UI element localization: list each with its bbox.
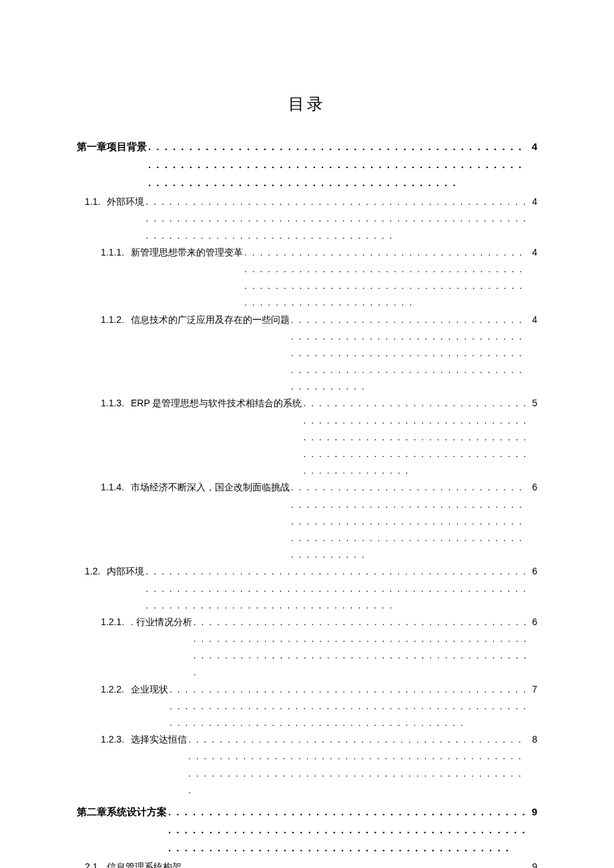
toc-text: 第二章系统设计方案	[77, 803, 167, 821]
toc-number: 1.1.4.	[101, 479, 124, 496]
toc-number: 1.1.2.	[101, 312, 124, 328]
toc-leader-dots: . . . . . . . . . . . . . . . . . . . . …	[170, 681, 528, 732]
toc-label: 第一章项目背景	[77, 137, 147, 155]
toc-leader-dots: . . . . . . . . . . . . . . . . . . . . …	[291, 479, 528, 563]
toc-text: 市场经济不断深入，国企改制面临挑战	[131, 479, 290, 496]
toc-label: 1.1.外部环境	[85, 193, 144, 210]
toc-page-number: 9	[529, 859, 537, 868]
toc-number: 1.1.	[85, 193, 100, 210]
toc-label: 1.2.内部环境	[85, 563, 144, 580]
toc-entry: 1.2.内部环境. . . . . . . . . . . . . . . . …	[77, 563, 537, 614]
toc-page-number: 6	[529, 614, 537, 630]
toc-text: 信息管理系统构架	[107, 859, 182, 868]
toc-page-number: 6	[529, 479, 537, 496]
toc-label: 1.1.4.市场经济不断深入，国企改制面临挑战	[101, 479, 290, 496]
toc-text: 信息技术的广泛应用及存在的一些问题	[131, 312, 290, 328]
toc-page-number: 6	[529, 563, 537, 580]
toc-leader-dots: . . . . . . . . . . . . . . . . . . . . …	[183, 859, 528, 868]
toc-list: 第一章项目背景. . . . . . . . . . . . . . . . .…	[77, 137, 537, 868]
toc-text: 选择实达恒信	[131, 731, 187, 748]
toc-leader-dots: . . . . . . . . . . . . . . . . . . . . …	[303, 395, 528, 479]
toc-entry: 1.2.3.选择实达恒信. . . . . . . . . . . . . . …	[77, 731, 537, 799]
toc-entry: 1.1.4.市场经济不断深入，国企改制面临挑战. . . . . . . . .…	[77, 479, 537, 563]
toc-number: 2.1.	[85, 859, 100, 868]
toc-entry: 2.1.信息管理系统构架. . . . . . . . . . . . . . …	[77, 859, 537, 868]
toc-entry: 1.1.3.ERP 是管理思想与软件技术相结合的系统. . . . . . . …	[77, 395, 537, 479]
toc-title: 目录	[77, 90, 537, 119]
toc-label: 1.2.2.企业现状	[101, 681, 168, 698]
toc-label: 1.1.3.ERP 是管理思想与软件技术相结合的系统	[101, 395, 302, 412]
toc-page-number: 4	[529, 244, 537, 261]
toc-number: 1.2.1.	[101, 614, 124, 630]
page-body: 目录 第一章项目背景. . . . . . . . . . . . . . . …	[0, 0, 614, 868]
toc-page-number: 4	[529, 193, 537, 210]
toc-leader-dots: . . . . . . . . . . . . . . . . . . . . …	[194, 614, 528, 681]
toc-label: 第二章系统设计方案	[77, 803, 167, 821]
toc-entry: 1.2.2.企业现状. . . . . . . . . . . . . . . …	[77, 681, 537, 732]
toc-page-number: 9	[529, 803, 537, 821]
toc-label: 1.2.1.. 行业情况分析	[101, 614, 192, 630]
toc-entry: 第一章项目背景. . . . . . . . . . . . . . . . .…	[77, 137, 537, 191]
toc-label: 1.1.1.新管理思想带来的管理变革	[101, 244, 243, 261]
toc-leader-dots: . . . . . . . . . . . . . . . . . . . . …	[291, 312, 528, 396]
toc-number: 1.2.3.	[101, 731, 124, 748]
toc-page-number: 4	[529, 137, 537, 155]
toc-entry: 1.1.2.信息技术的广泛应用及存在的一些问题. . . . . . . . .…	[77, 312, 537, 396]
toc-leader-dots: . . . . . . . . . . . . . . . . . . . . …	[244, 244, 528, 312]
toc-text: 新管理思想带来的管理变革	[131, 244, 243, 261]
toc-text: 企业现状	[131, 681, 168, 698]
toc-leader-dots: . . . . . . . . . . . . . . . . . . . . …	[188, 731, 528, 799]
toc-number: 1.1.1.	[101, 244, 124, 261]
toc-text: 内部环境	[107, 563, 144, 580]
toc-entry: 1.1.1.新管理思想带来的管理变革. . . . . . . . . . . …	[77, 244, 537, 312]
toc-entry: 1.2.1.. 行业情况分析. . . . . . . . . . . . . …	[77, 614, 537, 681]
toc-text: 第一章项目背景	[77, 137, 147, 155]
toc-number: 1.1.3.	[101, 395, 124, 412]
toc-label: 1.1.2.信息技术的广泛应用及存在的一些问题	[101, 312, 290, 328]
toc-leader-dots: . . . . . . . . . . . . . . . . . . . . …	[168, 803, 528, 857]
toc-text: . 行业情况分析	[131, 614, 192, 630]
toc-page-number: 7	[529, 681, 537, 698]
toc-page-number: 5	[529, 395, 537, 412]
toc-entry: 1.1.外部环境. . . . . . . . . . . . . . . . …	[77, 193, 537, 244]
toc-leader-dots: . . . . . . . . . . . . . . . . . . . . …	[145, 193, 528, 244]
toc-text: 外部环境	[107, 193, 144, 210]
toc-page-number: 8	[529, 731, 537, 748]
toc-label: 1.2.3.选择实达恒信	[101, 731, 187, 748]
toc-leader-dots: . . . . . . . . . . . . . . . . . . . . …	[148, 137, 528, 191]
toc-leader-dots: . . . . . . . . . . . . . . . . . . . . …	[145, 563, 528, 614]
toc-label: 2.1.信息管理系统构架	[85, 859, 182, 868]
toc-number: 1.2.	[85, 563, 100, 580]
toc-entry: 第二章系统设计方案. . . . . . . . . . . . . . . .…	[77, 803, 537, 857]
toc-number: 1.2.2.	[101, 681, 124, 698]
toc-page-number: 4	[529, 312, 537, 328]
toc-text: ERP 是管理思想与软件技术相结合的系统	[131, 395, 302, 412]
